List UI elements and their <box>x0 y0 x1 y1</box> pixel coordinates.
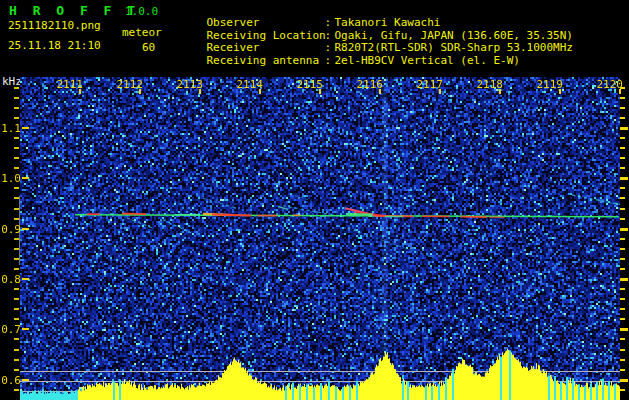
hrofft-output-window: H R O F F T 1.0.0 2511182110.png meteor … <box>0 0 629 400</box>
y-tick-minor <box>620 258 625 260</box>
y-tick-minor <box>14 349 19 351</box>
y-tick-minor <box>620 167 625 169</box>
y-tick-minor <box>620 389 625 391</box>
y-tick-major <box>22 379 29 381</box>
y-tick-minor <box>14 187 19 189</box>
y-tick-minor <box>620 268 625 270</box>
y-tick-minor <box>14 369 19 371</box>
y-tick-minor <box>14 117 19 119</box>
y-tick-minor <box>620 238 625 240</box>
x-tick-mark <box>259 89 261 94</box>
y-tick-major <box>620 379 628 382</box>
y-tick-minor <box>14 308 19 310</box>
y-tick-minor <box>620 208 625 210</box>
y-tick-major <box>22 228 29 230</box>
y-tick-major <box>620 328 628 331</box>
y-axis-unit-label: kHz <box>2 76 22 87</box>
output-filename: 2511182110.png <box>8 20 101 31</box>
y-tick-minor <box>14 359 19 361</box>
y-tick-minor <box>14 197 19 199</box>
x-tick-mark <box>379 89 381 94</box>
spectrogram-canvas <box>20 77 620 400</box>
y-tick-label: 1.0 <box>0 173 21 184</box>
y-tick-minor <box>14 258 19 260</box>
y-tick-minor <box>620 87 625 89</box>
info-separator: : <box>325 54 335 67</box>
y-tick-label: 0.9 <box>0 224 21 235</box>
y-tick-minor <box>620 187 625 189</box>
y-tick-minor <box>14 248 19 250</box>
x-tick-mark <box>439 89 441 94</box>
y-tick-minor <box>620 369 625 371</box>
y-tick-major <box>22 278 29 280</box>
y-tick-minor <box>14 157 19 159</box>
info-label: Receiving antenna <box>207 54 325 67</box>
y-tick-minor <box>620 147 625 149</box>
x-tick-mark <box>319 89 321 94</box>
y-tick-minor <box>620 197 625 199</box>
y-tick-minor <box>14 218 19 220</box>
y-tick-minor <box>620 318 625 320</box>
y-tick-label: 0.8 <box>0 274 21 285</box>
y-tick-minor <box>14 389 19 391</box>
y-tick-major <box>620 127 628 130</box>
y-tick-minor <box>620 298 625 300</box>
info-value: 2el-HB9CV Vertical (el. E-W) <box>335 54 520 67</box>
y-tick-minor <box>14 167 19 169</box>
y-tick-minor <box>620 157 625 159</box>
y-tick-major <box>620 177 628 180</box>
y-tick-major <box>620 228 628 231</box>
interval-label: 60 <box>142 42 155 53</box>
x-tick-mark <box>79 89 81 94</box>
y-tick-minor <box>14 97 19 99</box>
y-tick-minor <box>14 87 19 89</box>
y-tick-minor <box>14 288 19 290</box>
y-tick-minor <box>14 318 19 320</box>
y-tick-minor <box>620 137 625 139</box>
y-tick-minor <box>620 248 625 250</box>
y-tick-minor <box>620 338 625 340</box>
y-tick-minor <box>620 288 625 290</box>
y-tick-major <box>22 127 29 129</box>
y-tick-minor <box>620 97 625 99</box>
mode-label: meteor <box>122 27 162 38</box>
y-tick-major <box>22 328 29 330</box>
y-tick-minor <box>620 359 625 361</box>
app-version: 1.0.0 <box>125 6 158 17</box>
y-tick-minor <box>14 338 19 340</box>
x-tick-mark <box>619 89 621 94</box>
y-tick-minor <box>620 117 625 119</box>
datetime-label: 25.11.18 21:10 <box>8 40 101 51</box>
y-tick-minor <box>620 218 625 220</box>
x-tick-mark <box>139 89 141 94</box>
y-tick-label: 0.6 <box>0 375 21 386</box>
y-tick-minor <box>14 238 19 240</box>
y-tick-minor <box>620 349 625 351</box>
x-tick-mark <box>499 89 501 94</box>
y-tick-major <box>620 278 628 281</box>
y-tick-minor <box>14 268 19 270</box>
y-tick-minor <box>14 137 19 139</box>
y-tick-minor <box>620 308 625 310</box>
y-tick-label: 1.1 <box>0 123 21 134</box>
y-tick-label: 0.7 <box>0 324 21 335</box>
y-tick-minor <box>620 107 625 109</box>
app-title: H R O F F T <box>9 4 139 17</box>
x-tick-mark <box>559 89 561 94</box>
y-tick-major <box>22 177 29 179</box>
y-tick-minor <box>14 208 19 210</box>
y-tick-minor <box>14 147 19 149</box>
y-tick-minor <box>14 298 19 300</box>
x-tick-mark <box>199 89 201 94</box>
y-tick-minor <box>14 107 19 109</box>
info-row-antenna: Receiving antenna:2el-HB9CV Vertical (el… <box>180 41 520 80</box>
